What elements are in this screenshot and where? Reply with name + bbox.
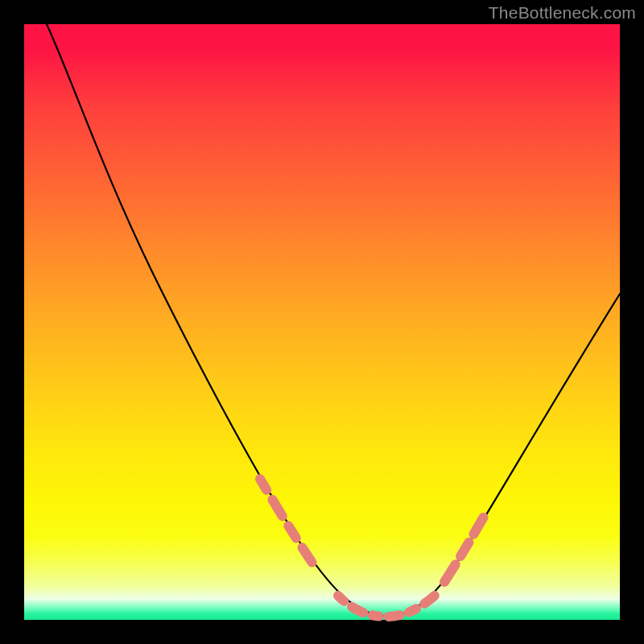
watermark-text: TheBottleneck.com <box>489 3 636 23</box>
bottleneck-curve-svg <box>24 24 620 620</box>
pink-dash-right <box>444 510 488 582</box>
curve-main <box>47 24 620 616</box>
pink-dash-left <box>260 479 316 568</box>
pink-dash-valley <box>338 594 436 617</box>
